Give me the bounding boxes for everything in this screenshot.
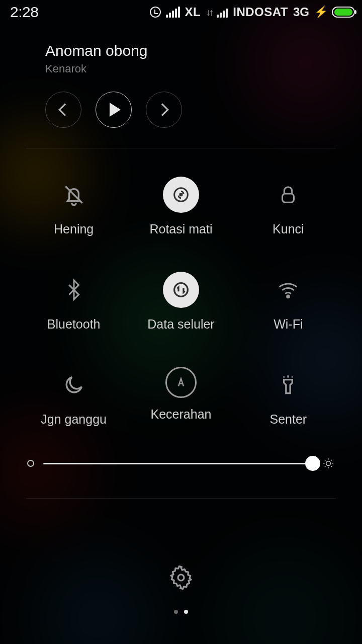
toggle-bluetooth[interactable]: Bluetooth [20,272,127,332]
slider-track[interactable] [43,463,313,464]
brightness-max-icon [322,457,335,470]
toggle-label: Bluetooth [47,317,101,332]
toggle-label: Data seluler [147,317,214,332]
toggle-silent[interactable]: Hening [20,177,127,236]
battery-icon [332,7,355,18]
page-indicator[interactable] [174,610,188,614]
bell-slash-icon [56,177,92,213]
media-next-button[interactable] [146,92,182,128]
data-icon [163,272,199,308]
svg-rect-1 [179,193,183,197]
rotation-lock-icon [163,177,199,213]
status-bar: 2:28 XL ↓↑ INDOSAT 3G ⚡ [0,0,362,24]
charging-icon: ⚡ [314,6,328,19]
svg-point-3 [174,283,188,297]
play-icon [110,103,121,117]
quick-toggles: Hening Rotasi mati Kunci Bluetooth Data [0,148,362,427]
media-prev-button[interactable] [45,92,81,128]
toggle-dnd[interactable]: Jgn ganggu [20,367,127,427]
svg-point-5 [326,461,331,466]
moon-icon [56,367,92,403]
data-activity-icon: ↓↑ [206,7,212,18]
signal-sim2-icon [217,7,228,18]
toggle-brightness[interactable]: Kecerahan [127,367,234,427]
flashlight-icon [270,367,306,403]
toggle-label: Rotasi mati [149,222,212,236]
lock-icon [270,177,306,213]
svg-point-4 [287,295,290,298]
signal-sim1-icon [166,7,180,18]
media-play-button[interactable] [96,92,132,128]
brightness-slider[interactable] [27,457,335,470]
settings-button[interactable] [169,566,193,590]
media-artist: Kenarok [45,62,317,75]
toggle-label: Hening [54,222,94,236]
toggle-label: Senter [269,412,307,427]
chevron-right-icon [156,103,168,116]
toggle-wifi[interactable]: Wi-Fi [235,272,342,332]
clock: 2:28 [10,4,38,21]
toggle-label: Jgn ganggu [41,412,107,427]
toggle-label: Kecerahan [151,407,212,422]
media-title: Anoman obong [45,42,317,59]
page-dot [174,610,178,614]
toggle-lock[interactable]: Kunci [235,177,342,236]
toggle-label: Wi-Fi [274,317,303,332]
svg-rect-2 [283,194,294,202]
page-dot [184,610,188,614]
toggle-rotation[interactable]: Rotasi mati [127,177,234,236]
carrier-sim2: INDOSAT [233,5,288,19]
media-panel: Anoman obong Kenarok [0,24,362,143]
bluetooth-icon [56,272,92,308]
svg-point-6 [178,575,184,581]
wifi-icon [270,272,306,308]
toggle-label: Kunci [273,222,304,236]
auto-brightness-icon [165,367,197,398]
toggle-mobile-data[interactable]: Data seluler [127,272,234,332]
chevron-left-icon [58,103,71,116]
brightness-min-icon [27,460,34,467]
carrier-sim1: XL [185,5,201,19]
toggle-flashlight[interactable]: Senter [235,367,342,427]
alarm-icon [150,7,161,18]
network-type: 3G [293,5,309,19]
slider-thumb[interactable] [305,456,320,471]
